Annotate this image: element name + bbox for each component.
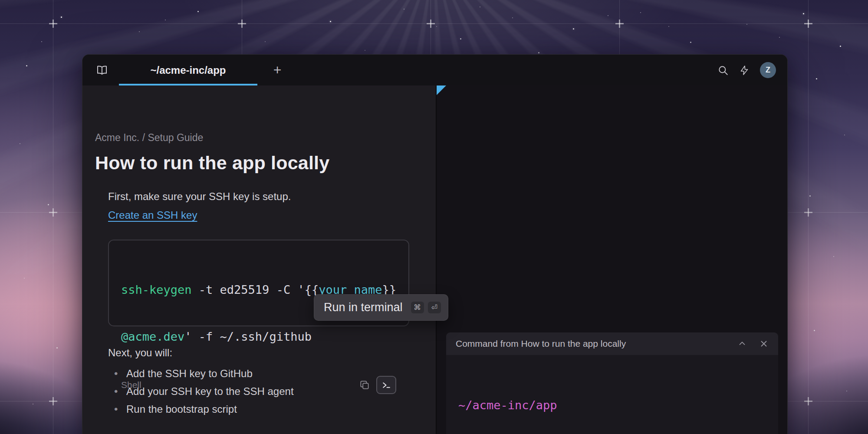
- intro-text: First, make sure your SSH key is setup.: [108, 191, 436, 203]
- app-window: ~/acme-inc/app + Z Acme Inc. / Setup Gui…: [82, 54, 788, 434]
- window-topbar: ~/acme-inc/app + Z: [82, 55, 787, 85]
- notebook-pane: Acme Inc. / Setup Guide How to run the a…: [82, 85, 436, 434]
- avatar[interactable]: Z: [760, 62, 776, 78]
- list-item: Run the bootstrap script: [108, 400, 436, 418]
- ssh-key-link[interactable]: Create an SSH key: [108, 209, 197, 221]
- collapse-button[interactable]: [737, 339, 747, 349]
- quick-actions-button[interactable]: [739, 65, 750, 76]
- tab-title: ~/acme-inc/app: [150, 64, 226, 76]
- tooltip-label: Run in terminal: [324, 301, 403, 314]
- command-banner: Command from How to run the app locally: [446, 332, 778, 355]
- todo-list: Add the SSH key to GitHub Add your SSH k…: [108, 365, 436, 418]
- tab-acme-inc-app[interactable]: ~/acme-inc/app: [119, 55, 257, 85]
- pane-focus-corner-icon: [437, 85, 446, 95]
- command-banner-text: Command from How to run the app locally: [456, 339, 725, 349]
- split-view: Acme Inc. / Setup Guide How to run the a…: [82, 85, 787, 434]
- open-book-icon: [95, 65, 108, 76]
- code-line: @acme.dev' -f ~/.ssh/github: [121, 329, 396, 345]
- stars-glow: [0, 0, 1, 1]
- lightning-icon: [739, 65, 750, 76]
- run-in-terminal-tooltip: Run in terminal ⌘ ⏎: [314, 294, 448, 321]
- search-icon: [717, 65, 729, 76]
- return-key-icon: ⏎: [428, 302, 441, 313]
- list-item: Add your SSH key to the SSH agent: [108, 382, 436, 400]
- search-button[interactable]: [717, 65, 729, 76]
- cmd-key-icon: ⌘: [411, 302, 424, 313]
- new-tab-button[interactable]: +: [269, 62, 286, 79]
- command-block: Command from How to run the app locally …: [446, 332, 778, 434]
- close-button[interactable]: [759, 339, 769, 349]
- breadcrumb[interactable]: Acme Inc. / Setup Guide: [95, 132, 436, 144]
- terminal-output[interactable]: ~/acme-inc/app ssh-keygen -t ed25519 -C …: [446, 355, 778, 434]
- chevron-up-icon: [737, 339, 747, 349]
- page-title: How to run the app locally: [95, 151, 436, 174]
- terminal-pane[interactable]: Command from How to run the app locally …: [437, 85, 787, 434]
- terminal-cwd: ~/acme-inc/app: [458, 398, 769, 413]
- list-item: Add the SSH key to GitHub: [108, 365, 436, 382]
- library-button[interactable]: [95, 65, 108, 76]
- close-icon: [759, 339, 769, 349]
- avatar-initial: Z: [766, 66, 770, 75]
